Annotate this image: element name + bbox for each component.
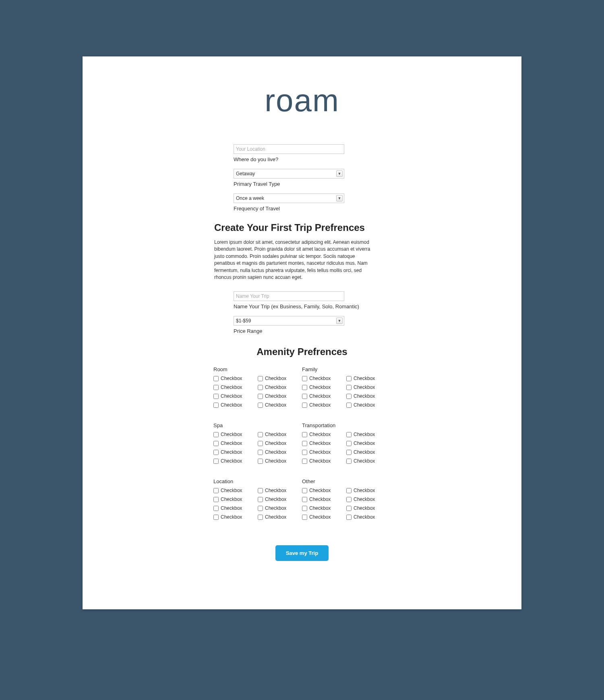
- travel-type-select[interactable]: [234, 169, 344, 179]
- checkbox-item[interactable]: Checkbox: [302, 384, 346, 390]
- checkbox-input[interactable]: [258, 497, 263, 502]
- location-input[interactable]: [234, 144, 344, 154]
- checkbox-input[interactable]: [302, 385, 307, 390]
- checkbox-item[interactable]: Checkbox: [258, 384, 302, 390]
- checkbox-item[interactable]: Checkbox: [258, 376, 302, 381]
- checkbox-input[interactable]: [213, 394, 219, 399]
- checkbox-item[interactable]: Checkbox: [213, 393, 258, 399]
- checkbox-input[interactable]: [213, 506, 219, 511]
- checkbox-input[interactable]: [346, 515, 352, 520]
- checkbox-item[interactable]: Checkbox: [258, 449, 302, 455]
- frequency-select[interactable]: [234, 193, 344, 203]
- checkbox-item[interactable]: Checkbox: [346, 458, 391, 464]
- checkbox-item[interactable]: Checkbox: [302, 514, 346, 520]
- checkbox-input[interactable]: [213, 459, 219, 464]
- checkbox-input[interactable]: [213, 385, 219, 390]
- checkbox-item[interactable]: Checkbox: [213, 432, 258, 437]
- checkbox-input[interactable]: [302, 459, 307, 464]
- price-range-select[interactable]: [234, 316, 344, 326]
- checkbox-input[interactable]: [346, 506, 352, 511]
- checkbox-item[interactable]: Checkbox: [213, 376, 258, 381]
- checkbox-item[interactable]: Checkbox: [346, 505, 391, 511]
- checkbox-input[interactable]: [258, 488, 263, 493]
- checkbox-item[interactable]: Checkbox: [258, 488, 302, 493]
- checkbox-input[interactable]: [302, 497, 307, 502]
- checkbox-item[interactable]: Checkbox: [346, 514, 391, 520]
- checkbox-item[interactable]: Checkbox: [213, 458, 258, 464]
- checkbox-input[interactable]: [302, 394, 307, 399]
- checkbox-item[interactable]: Checkbox: [258, 496, 302, 502]
- checkbox-input[interactable]: [213, 403, 219, 408]
- checkbox-input[interactable]: [258, 403, 263, 408]
- checkbox-input[interactable]: [346, 450, 352, 455]
- checkbox-input[interactable]: [346, 376, 352, 381]
- checkbox-input[interactable]: [346, 403, 352, 408]
- checkbox-input[interactable]: [213, 376, 219, 381]
- checkbox-item[interactable]: Checkbox: [302, 440, 346, 446]
- checkbox-item[interactable]: Checkbox: [346, 496, 391, 502]
- checkbox-item[interactable]: Checkbox: [302, 402, 346, 408]
- checkbox-item[interactable]: Checkbox: [302, 458, 346, 464]
- checkbox-item[interactable]: Checkbox: [258, 440, 302, 446]
- checkbox-item[interactable]: Checkbox: [302, 505, 346, 511]
- checkbox-item[interactable]: Checkbox: [213, 496, 258, 502]
- checkbox-input[interactable]: [258, 385, 263, 390]
- checkbox-item[interactable]: Checkbox: [346, 402, 391, 408]
- checkbox-input[interactable]: [213, 497, 219, 502]
- checkbox-input[interactable]: [346, 497, 352, 502]
- checkbox-input[interactable]: [213, 450, 219, 455]
- checkbox-item[interactable]: Checkbox: [213, 384, 258, 390]
- checkbox-item[interactable]: Checkbox: [213, 449, 258, 455]
- checkbox-input[interactable]: [213, 515, 219, 520]
- checkbox-item[interactable]: Checkbox: [213, 488, 258, 493]
- checkbox-item[interactable]: Checkbox: [346, 432, 391, 437]
- checkbox-item[interactable]: Checkbox: [346, 449, 391, 455]
- checkbox-input[interactable]: [258, 432, 263, 437]
- checkbox-input[interactable]: [213, 432, 219, 437]
- checkbox-input[interactable]: [346, 385, 352, 390]
- checkbox-item[interactable]: Checkbox: [258, 514, 302, 520]
- checkbox-input[interactable]: [258, 515, 263, 520]
- checkbox-input[interactable]: [258, 376, 263, 381]
- checkbox-item[interactable]: Checkbox: [302, 376, 346, 381]
- checkbox-input[interactable]: [302, 432, 307, 437]
- checkbox-input[interactable]: [302, 450, 307, 455]
- checkbox-input[interactable]: [258, 459, 263, 464]
- checkbox-item[interactable]: Checkbox: [258, 402, 302, 408]
- checkbox-item[interactable]: Checkbox: [302, 393, 346, 399]
- checkbox-input[interactable]: [258, 450, 263, 455]
- save-trip-button[interactable]: Save my Trip: [275, 545, 329, 561]
- checkbox-item[interactable]: Checkbox: [346, 440, 391, 446]
- checkbox-item[interactable]: Checkbox: [346, 393, 391, 399]
- checkbox-input[interactable]: [213, 441, 219, 446]
- checkbox-item[interactable]: Checkbox: [302, 488, 346, 493]
- checkbox-input[interactable]: [346, 441, 352, 446]
- checkbox-item[interactable]: Checkbox: [302, 449, 346, 455]
- checkbox-input[interactable]: [346, 488, 352, 493]
- checkbox-input[interactable]: [302, 441, 307, 446]
- checkbox-item[interactable]: Checkbox: [346, 488, 391, 493]
- checkbox-item[interactable]: Checkbox: [346, 384, 391, 390]
- checkbox-input[interactable]: [302, 488, 307, 493]
- checkbox-input[interactable]: [302, 376, 307, 381]
- checkbox-input[interactable]: [258, 394, 263, 399]
- checkbox-item[interactable]: Checkbox: [258, 458, 302, 464]
- checkbox-input[interactable]: [258, 441, 263, 446]
- checkbox-input[interactable]: [302, 506, 307, 511]
- checkbox-item[interactable]: Checkbox: [302, 432, 346, 437]
- checkbox-input[interactable]: [302, 403, 307, 408]
- checkbox-item[interactable]: Checkbox: [302, 496, 346, 502]
- checkbox-item[interactable]: Checkbox: [258, 505, 302, 511]
- checkbox-item[interactable]: Checkbox: [213, 440, 258, 446]
- trip-name-input[interactable]: [234, 291, 344, 301]
- checkbox-item[interactable]: Checkbox: [258, 393, 302, 399]
- checkbox-item[interactable]: Checkbox: [213, 402, 258, 408]
- checkbox-input[interactable]: [258, 506, 263, 511]
- checkbox-input[interactable]: [346, 394, 352, 399]
- checkbox-input[interactable]: [302, 515, 307, 520]
- checkbox-input[interactable]: [346, 432, 352, 437]
- checkbox-input[interactable]: [346, 459, 352, 464]
- checkbox-input[interactable]: [213, 488, 219, 493]
- checkbox-item[interactable]: Checkbox: [213, 505, 258, 511]
- checkbox-item[interactable]: Checkbox: [346, 376, 391, 381]
